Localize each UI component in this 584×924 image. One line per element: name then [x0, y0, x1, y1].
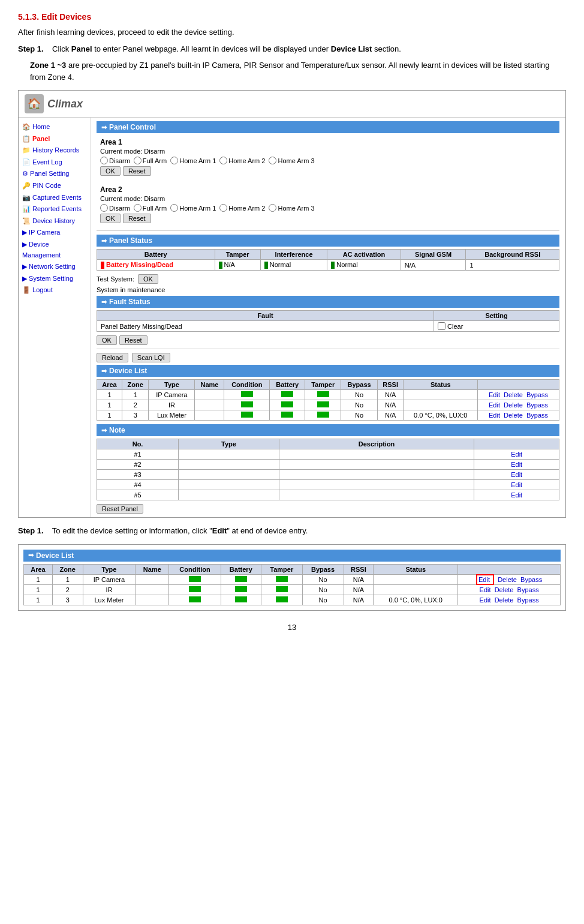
d3-edit-link[interactable]: Edit: [489, 412, 500, 419]
area1-disarm-radio[interactable]: Disarm: [100, 157, 130, 164]
area2-homearm1-radio[interactable]: Home Arm 1: [170, 204, 216, 212]
d2r2-status: [374, 584, 458, 595]
status-battery: Battery Missing/Dead: [97, 260, 215, 271]
d2r2-zone: 2: [52, 584, 83, 595]
sidebar-item-home[interactable]: 🏠 Home: [21, 121, 88, 133]
sidebar-item-panelsetting[interactable]: ⚙ Panel Setting: [21, 168, 88, 180]
sidebar-item-panel[interactable]: 📋 Panel: [21, 133, 88, 145]
d2r1-edit-highlight: Edit: [476, 574, 494, 585]
d2r3-edit-link[interactable]: Edit: [480, 596, 491, 604]
n1-no: #1: [97, 449, 179, 460]
fault-row: Panel Battery Missing/Dead Clear: [97, 321, 559, 332]
fault-reset-button[interactable]: Reset: [119, 335, 147, 345]
d2-tamper: [305, 400, 341, 410]
d3-tamper: [305, 410, 341, 421]
d2r2-delete-link[interactable]: Delete: [495, 586, 514, 593]
sidebar-item-logout[interactable]: 🚪 Logout: [21, 284, 88, 296]
test-system-label: Test System:: [97, 275, 134, 283]
sidebar-item-networksetting[interactable]: ▶ Network Setting: [21, 261, 88, 273]
area1-homearm2-radio[interactable]: Home Arm 2: [219, 157, 265, 164]
sidebar-item-systemsetting[interactable]: ▶ System Setting: [21, 273, 88, 285]
d1-edit-link[interactable]: Edit: [489, 391, 500, 398]
d2-bypass-link[interactable]: Bypass: [526, 401, 548, 409]
test-system-ok-button[interactable]: OK: [138, 274, 158, 284]
area1-homearm1-radio[interactable]: Home Arm 1: [170, 157, 216, 164]
d2r3-bypass-link[interactable]: Bypass: [517, 596, 539, 604]
d3-rssi: N/A: [377, 410, 404, 421]
main-layout: 🏠 Home 📋 Panel 📁 History Records 📄 Event…: [19, 118, 565, 517]
note-row-4: #4 Edit: [97, 480, 559, 490]
sidebar-item-reportedevents[interactable]: 📊 Reported Events: [21, 203, 88, 215]
d2r3-delete-link[interactable]: Delete: [495, 596, 514, 604]
area1-reset-button[interactable]: Reset: [123, 166, 151, 176]
d2r2-rssi: N/A: [344, 584, 374, 595]
area2-reset-button[interactable]: Reset: [123, 214, 151, 223]
d1-bypass-link[interactable]: Bypass: [526, 391, 548, 398]
d2-delete-link[interactable]: Delete: [504, 401, 523, 409]
n5-no: #5: [97, 490, 179, 500]
status-interference: Normal: [260, 260, 327, 271]
d3-delete-link[interactable]: Delete: [504, 412, 523, 419]
reload-button[interactable]: Reload: [97, 353, 128, 362]
d2r2-bypass: No: [302, 584, 344, 595]
d2r1-delete-link[interactable]: Delete: [498, 576, 517, 583]
d2r1-bypass-link[interactable]: Bypass: [520, 576, 542, 583]
ac-indicator: [331, 262, 335, 269]
d2col-bypass: Bypass: [302, 564, 344, 574]
sidebar-item-devicemgmt[interactable]: ▶ Device Management: [21, 239, 88, 261]
d1-area: 1: [97, 390, 122, 400]
d2r1-status: [374, 574, 458, 584]
fault-clear-checkbox[interactable]: [438, 322, 445, 330]
n4-edit-link[interactable]: Edit: [511, 481, 522, 488]
fault-status-title: Fault Status: [109, 298, 150, 306]
step1-para: Step 1. Click Panel to enter Panel webpa…: [18, 43, 566, 55]
reset-panel-row: Reset Panel: [97, 504, 559, 514]
d3-bypass-link[interactable]: Bypass: [526, 412, 548, 419]
d3-tamper-bar: [317, 412, 329, 418]
sidebar-item-eventlog[interactable]: 📄 Event Log: [21, 157, 88, 169]
d2-edit-link[interactable]: Edit: [489, 401, 500, 409]
scan-lqi-button[interactable]: Scan LQI: [132, 353, 170, 362]
col-interference: Interference: [260, 250, 327, 260]
content-area: ➡ Panel Control Area 1 Current mode: Dis…: [91, 118, 565, 517]
area1-homearm3-radio[interactable]: Home Arm 3: [269, 157, 314, 164]
d3-area: 1: [97, 410, 122, 421]
d2r2-edit-link[interactable]: Edit: [480, 586, 491, 593]
area2-fullarm-radio[interactable]: Full Arm: [134, 204, 167, 212]
device-list2-table: Area Zone Type Name Condition Battery Ta…: [23, 564, 561, 605]
reset-panel-button[interactable]: Reset Panel: [97, 504, 143, 514]
n3-edit-link[interactable]: Edit: [511, 471, 522, 478]
n1-edit-link[interactable]: Edit: [511, 451, 522, 458]
area2-homearm2-radio[interactable]: Home Arm 2: [219, 204, 265, 212]
d2r2-name: [136, 584, 169, 595]
area2-homearm3-radio[interactable]: Home Arm 3: [269, 204, 314, 212]
screenshot-2: ➡ Device List Area Zone Type Name Condit…: [18, 544, 566, 611]
area1-fullarm-radio[interactable]: Full Arm: [134, 157, 167, 164]
d1-delete-link[interactable]: Delete: [504, 391, 523, 398]
d2r1-edit-link[interactable]: Edit: [478, 576, 490, 583]
sidebar-item-pincode[interactable]: 🔑 PIN Code: [21, 180, 88, 192]
dcol-status: Status: [404, 380, 478, 390]
d2r1-area: 1: [24, 574, 53, 584]
area1-ok-button[interactable]: OK: [100, 166, 121, 176]
area1-radio-row: Disarm Full Arm Home Arm 1 Home Arm 2 Ho…: [100, 157, 556, 164]
n2-desc: [279, 460, 474, 470]
d1-rssi: N/A: [377, 390, 404, 400]
sidebar-item-ipcamera[interactable]: ▶ IP Camera: [21, 227, 88, 239]
area2-disarm-radio[interactable]: Disarm: [100, 204, 130, 212]
area2-title: Area 2: [100, 185, 556, 194]
fault-ok-button[interactable]: OK: [97, 335, 117, 345]
ncol-desc: Description: [279, 439, 474, 449]
n2-edit-link[interactable]: Edit: [511, 461, 522, 468]
fault-btn-row: OK Reset: [97, 335, 559, 345]
sidebar-item-history[interactable]: 📁 History Records: [21, 145, 88, 157]
panel-control-title: Panel Control: [109, 123, 156, 131]
area2-ok-button[interactable]: OK: [100, 214, 121, 223]
n5-edit-link[interactable]: Edit: [511, 491, 522, 499]
dcol-type: Type: [149, 380, 195, 390]
d2r2-bypass-link[interactable]: Bypass: [517, 586, 539, 593]
sidebar-item-capturedevents[interactable]: 📷 Captured Events: [21, 192, 88, 204]
d2col-rssi: RSSI: [344, 564, 374, 574]
sidebar-item-devicehistory[interactable]: 📜 Device History: [21, 215, 88, 227]
status-row: Battery Missing/Dead N/A Normal Normal N…: [97, 260, 559, 271]
